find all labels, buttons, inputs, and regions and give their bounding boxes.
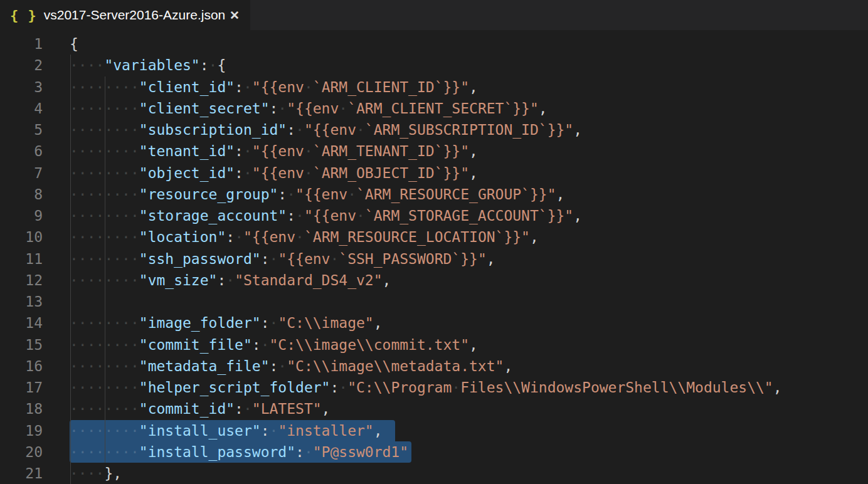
line-number: 5 — [0, 119, 70, 140]
tab-bar-empty-space — [250, 0, 868, 30]
code-line[interactable]: 6········"tenant_id":·"{{env·`ARM_TENANT… — [0, 140, 868, 162]
line-number: 2 — [0, 55, 70, 76]
line-number: 9 — [0, 205, 70, 226]
code-text: ········"image_folder":·"C:\\image", — [70, 312, 868, 334]
code-line[interactable]: 4········"client_secret":·"{{env·`ARM_CL… — [0, 98, 868, 119]
code-line[interactable]: 17········"helper_script_folder":·"C:\\P… — [0, 377, 868, 398]
line-number: 14 — [0, 312, 70, 334]
line-number: 16 — [0, 355, 70, 377]
line-number: 4 — [0, 98, 70, 119]
code-line[interactable]: 12········"vm_size":·"Standard_DS4_v2", — [0, 270, 868, 291]
json-file-icon: { } — [10, 8, 37, 23]
line-number: 13 — [0, 291, 70, 312]
line-number: 17 — [0, 377, 70, 398]
code-text: ········"commit_id":·"LATEST", — [70, 398, 868, 419]
line-number: 1 — [0, 33, 70, 55]
line-number: 15 — [0, 334, 70, 355]
line-number: 10 — [0, 226, 70, 248]
code-line[interactable]: 3········"client_id":·"{{env·`ARM_CLIENT… — [0, 76, 868, 98]
code-line[interactable]: 20········"install_password":·"P@ssw0rd1… — [0, 441, 868, 463]
code-line[interactable]: 2····"variables":·{ — [0, 55, 868, 76]
code-line[interactable]: 1{ — [0, 33, 868, 55]
tab-vs2017-server2016-azure-json[interactable]: { } vs2017-Server2016-Azure.json ✕ — [0, 0, 250, 30]
code-line[interactable]: 13 — [0, 291, 868, 312]
line-number: 21 — [0, 463, 70, 484]
code-line[interactable]: 9········"storage_account":·"{{env·`ARM_… — [0, 205, 868, 226]
code-text: { — [70, 33, 868, 55]
code-text: ········"tenant_id":·"{{env·`ARM_TENANT_… — [70, 140, 868, 162]
line-number: 8 — [0, 184, 70, 205]
line-number: 6 — [0, 140, 70, 162]
code-text: ········"commit_file":·"C:\\image\\commi… — [70, 334, 868, 355]
line-number: 18 — [0, 398, 70, 419]
line-number: 7 — [0, 162, 70, 184]
code-text: ········"object_id":·"{{env·`ARM_OBJECT_… — [70, 162, 868, 184]
tab-close-icon[interactable]: ✕ — [228, 8, 241, 23]
code-line[interactable]: 11········"ssh_password":·"{{env·`SSH_PA… — [0, 248, 868, 270]
code-text: ········"location":·"{{env·`ARM_RESOURCE… — [70, 226, 868, 248]
line-number: 20 — [0, 441, 70, 463]
code-line[interactable]: 19········"install_user":·"installer", — [0, 420, 868, 441]
line-number: 11 — [0, 248, 70, 270]
line-number: 3 — [0, 76, 70, 98]
line-number: 19 — [0, 420, 70, 441]
code-line[interactable]: 14········"image_folder":·"C:\\image", — [0, 312, 868, 334]
code-text: ········"resource_group":·"{{env·`ARM_RE… — [70, 184, 868, 205]
code-line[interactable]: 10········"location":·"{{env·`ARM_RESOUR… — [0, 226, 868, 248]
code-text: ········"client_id":·"{{env·`ARM_CLIENT_… — [70, 76, 868, 98]
code-text: ····"variables":·{ — [70, 55, 868, 76]
code-line[interactable]: 7········"object_id":·"{{env·`ARM_OBJECT… — [0, 162, 868, 184]
code-text: ········"vm_size":·"Standard_DS4_v2", — [70, 270, 868, 291]
editor[interactable]: 1{2····"variables":·{3········"client_id… — [0, 30, 868, 484]
code-text: ········"metadata_file":·"C:\\image\\met… — [70, 355, 868, 377]
code-line[interactable]: 16········"metadata_file":·"C:\\image\\m… — [0, 355, 868, 377]
code-text — [70, 291, 868, 312]
code-line[interactable]: 21····}, — [0, 463, 868, 484]
code-line[interactable]: 18········"commit_id":·"LATEST", — [0, 398, 868, 419]
tab-filename: vs2017-Server2016-Azure.json — [44, 8, 226, 23]
code-text: ········"storage_account":·"{{env·`ARM_S… — [70, 205, 868, 226]
code-text: ········"ssh_password":·"{{env·`SSH_PASS… — [70, 248, 868, 270]
code-text: ········"client_secret":·"{{env·`ARM_CLI… — [70, 98, 868, 119]
line-number: 12 — [0, 270, 70, 291]
code-area[interactable]: 1{2····"variables":·{3········"client_id… — [0, 30, 868, 484]
code-line[interactable]: 8········"resource_group":·"{{env·`ARM_R… — [0, 184, 868, 205]
code-text: ········"install_password":·"P@ssw0rd1" — [70, 441, 868, 463]
code-text: ····}, — [70, 463, 868, 484]
code-line[interactable]: 15········"commit_file":·"C:\\image\\com… — [0, 334, 868, 355]
code-text: ········"install_user":·"installer", — [70, 420, 868, 441]
code-line[interactable]: 5········"subscription_id":·"{{env·`ARM_… — [0, 119, 868, 140]
code-text: ········"helper_script_folder":·"C:\\Pro… — [70, 377, 868, 398]
code-text: ········"subscription_id":·"{{env·`ARM_S… — [70, 119, 868, 140]
tab-bar: { } vs2017-Server2016-Azure.json ✕ — [0, 0, 868, 30]
